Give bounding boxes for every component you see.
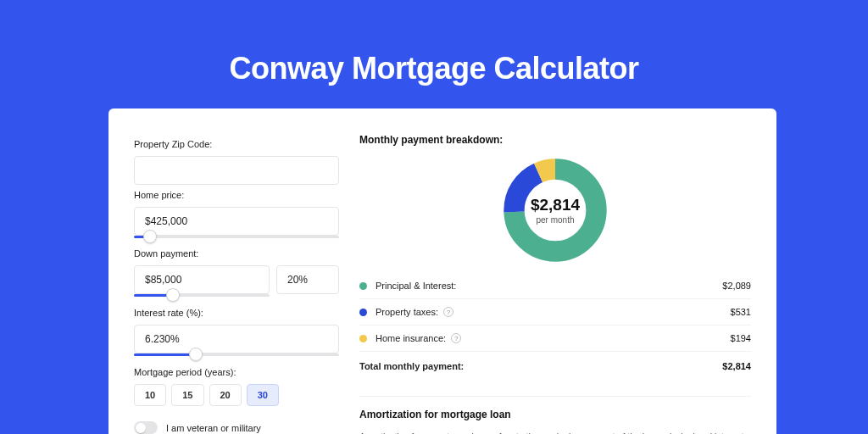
donut-label: per month: [536, 215, 574, 225]
dot-icon: [359, 282, 367, 290]
zip-input[interactable]: [134, 156, 339, 185]
calculator-panel: Property Zip Code: Home price: Down paym…: [108, 108, 776, 434]
home-price-label: Home price:: [134, 190, 339, 200]
dot-icon: [359, 309, 367, 316]
page-background: Conway Mortgage Calculator Property Zip …: [0, 0, 868, 434]
amortization-text: Amortization for a mortgage loan refers …: [359, 431, 751, 434]
info-icon[interactable]: ?: [443, 307, 453, 317]
legend-value: $531: [731, 307, 751, 317]
slider-thumb[interactable]: [166, 288, 180, 302]
form-column: Property Zip Code: Home price: Down paym…: [134, 134, 339, 434]
veteran-label: I am veteran or military: [166, 423, 261, 433]
period-option-30[interactable]: 30: [247, 384, 279, 406]
donut-amount: $2,814: [531, 196, 580, 214]
down-payment-label: Down payment:: [134, 248, 339, 259]
legend-total: Total monthly payment: $2,814: [359, 352, 751, 379]
period-segmented: 10 15 20 30: [134, 384, 339, 406]
slider-thumb[interactable]: [189, 348, 203, 361]
home-price-slider[interactable]: [134, 232, 339, 244]
legend-label: Property taxes:: [376, 307, 438, 317]
info-icon[interactable]: ?: [451, 333, 461, 343]
amortization-section: Amortization for mortgage loan Amortizat…: [359, 396, 751, 434]
total-value: $2,814: [722, 361, 751, 371]
amortization-title: Amortization for mortgage loan: [359, 409, 751, 420]
donut-chart: $2,814 per month: [501, 156, 609, 264]
interest-rate-slider[interactable]: [134, 350, 339, 362]
legend-principal-interest: Principal & Interest: $2,089: [359, 273, 751, 299]
donut-chart-area: $2,814 per month: [359, 156, 751, 264]
slider-thumb[interactable]: [143, 230, 157, 243]
legend-label: Principal & Interest:: [376, 281, 722, 291]
dot-icon: [359, 335, 367, 342]
down-payment-pct-input[interactable]: [276, 265, 339, 294]
legend-home-insurance: Home insurance: ? $194: [359, 326, 751, 352]
home-price-input[interactable]: [134, 207, 339, 236]
breakdown-column: Monthly payment breakdown: $2,814 per mo…: [359, 134, 751, 434]
legend-value: $2,089: [722, 281, 751, 291]
down-payment-input[interactable]: [134, 265, 270, 294]
breakdown-title: Monthly payment breakdown:: [359, 134, 751, 146]
period-option-20[interactable]: 20: [209, 384, 242, 406]
down-payment-slider[interactable]: [134, 291, 270, 303]
legend-label: Home insurance:: [376, 333, 446, 343]
veteran-toggle[interactable]: [134, 421, 158, 434]
zip-label: Property Zip Code:: [134, 139, 339, 149]
legend-value: $194: [731, 333, 751, 343]
total-label: Total monthly payment:: [359, 361, 722, 371]
interest-rate-input[interactable]: [134, 325, 339, 353]
page-title: Conway Mortgage Calculator: [0, 51, 868, 86]
legend-property-taxes: Property taxes: ? $531: [359, 299, 751, 326]
period-option-10[interactable]: 10: [134, 384, 166, 406]
period-option-15[interactable]: 15: [171, 384, 203, 406]
period-label: Mortgage period (years):: [134, 367, 339, 377]
interest-rate-label: Interest rate (%):: [134, 308, 339, 318]
